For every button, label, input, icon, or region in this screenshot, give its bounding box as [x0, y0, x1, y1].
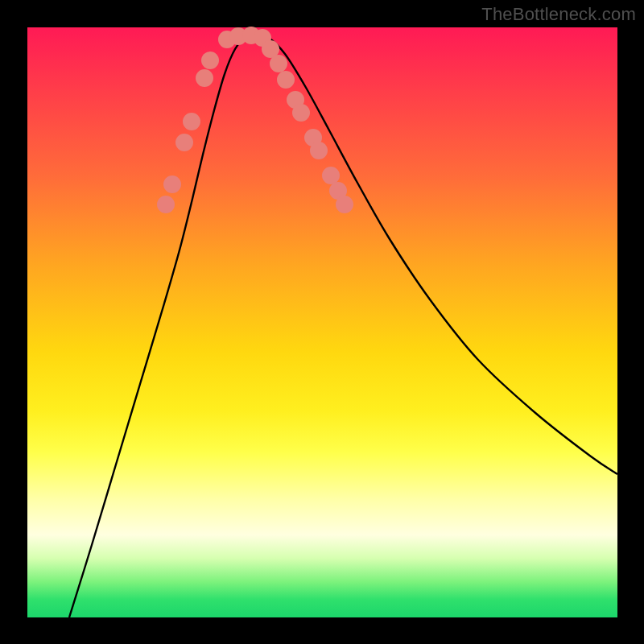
data-marker: [270, 55, 287, 72]
watermark-text: TheBottleneck.com: [481, 4, 636, 25]
data-marker: [336, 196, 353, 213]
data-marker: [292, 104, 310, 122]
data-marker: [157, 196, 175, 213]
plot-area: [27, 27, 617, 617]
data-marker: [183, 113, 200, 130]
chart-frame: TheBottleneck.com: [0, 0, 644, 644]
data-marker: [175, 134, 193, 151]
bottleneck-curve: [69, 34, 617, 617]
data-marker: [322, 167, 340, 184]
curve-svg: [27, 27, 617, 617]
data-marker: [201, 52, 219, 69]
data-marker: [310, 142, 328, 159]
data-marker: [277, 71, 295, 89]
data-marker: [196, 69, 213, 87]
data-marker: [163, 175, 181, 193]
